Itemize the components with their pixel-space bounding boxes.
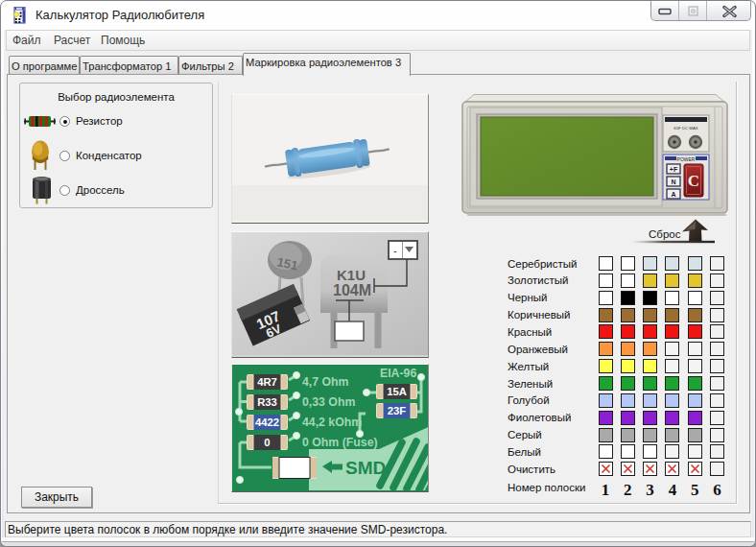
svg-text:-: - [393,245,397,256]
svg-text:R33: R33 [257,396,277,408]
svg-text:0 Ohm (Fuse): 0 Ohm (Fuse) [302,436,378,449]
svg-text:0,33 Ohm: 0,33 Ohm [302,395,355,409]
svg-text:EIA-96: EIA-96 [380,367,416,380]
svg-text:SMD: SMD [345,458,386,478]
svg-text:23F: 23F [388,405,407,416]
svg-text:15A: 15A [387,386,407,397]
svg-text:0: 0 [264,437,270,448]
svg-text:4422: 4422 [255,416,279,428]
svg-text:K1U: K1U [337,267,366,283]
svg-text:N: N [671,178,675,185]
svg-text:+F: +F [670,166,678,173]
svg-text:4,7 Ohm: 4,7 Ohm [302,375,349,389]
svg-text:65F DC MAX: 65F DC MAX [673,126,697,131]
svg-text:POWER: POWER [677,156,696,162]
svg-text:4R7: 4R7 [257,376,277,388]
svg-text:104M: 104M [333,282,371,298]
svg-text:44,2 kOhm: 44,2 kOhm [302,416,362,429]
svg-text:C: C [688,172,699,190]
svg-text:A: A [671,191,675,198]
